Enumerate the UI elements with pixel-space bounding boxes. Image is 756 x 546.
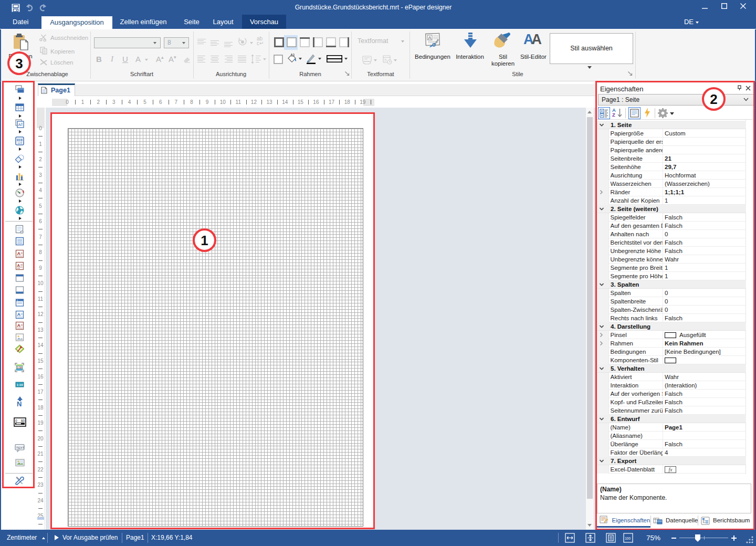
- svg-text:5: 5: [384, 58, 387, 62]
- svg-text:A: A: [428, 35, 432, 40]
- svg-text:100: 100: [625, 537, 631, 540]
